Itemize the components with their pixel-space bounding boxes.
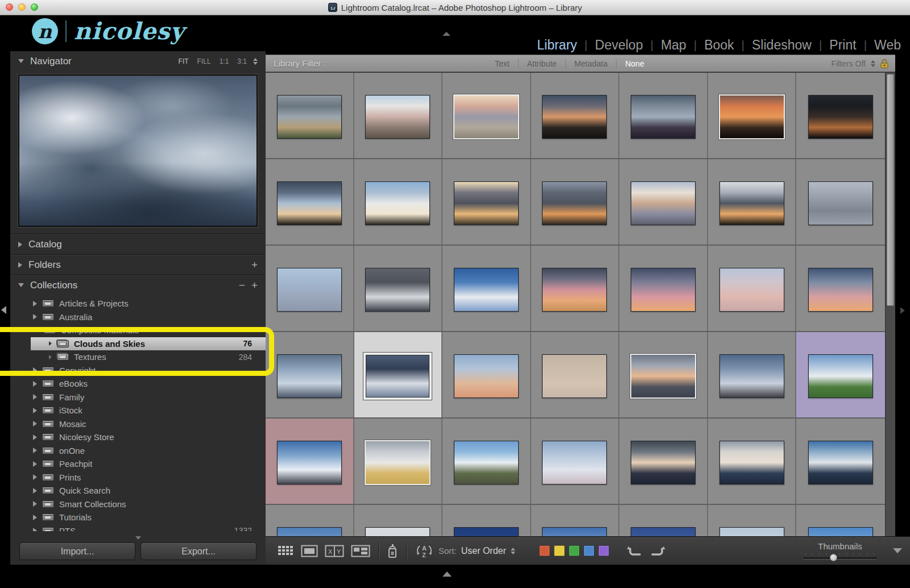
color-label-swatch-3[interactable] xyxy=(569,545,580,556)
photo-cell-r2c3[interactable] xyxy=(442,159,531,245)
expand-arrow-icon[interactable] xyxy=(33,474,37,480)
grid-view-icon[interactable] xyxy=(277,545,294,557)
photo-cell-r4c2[interactable] xyxy=(354,332,443,417)
photo-thumbnail[interactable] xyxy=(542,354,607,398)
photo-cell-r4c1[interactable] xyxy=(266,332,354,417)
expand-arrow-icon[interactable] xyxy=(33,408,37,413)
photo-cell-r3c7[interactable] xyxy=(796,246,885,331)
photo-cell-r6c1[interactable] xyxy=(266,505,354,536)
photo-cell-r5c2[interactable] xyxy=(354,419,443,504)
photo-thumbnail[interactable] xyxy=(454,527,519,537)
color-label-swatch-4[interactable] xyxy=(584,545,594,556)
photo-thumbnail[interactable] xyxy=(808,527,873,537)
collection-row-prints[interactable]: Prints xyxy=(10,471,266,485)
photo-cell-r3c4[interactable] xyxy=(531,246,620,331)
photo-thumbnail[interactable] xyxy=(454,354,519,398)
photo-cell-r3c1[interactable] xyxy=(266,246,354,331)
sort-stepper-icon[interactable] xyxy=(511,548,515,554)
photo-cell-r5c3[interactable] xyxy=(442,419,531,504)
photo-cell-r5c6[interactable] xyxy=(708,419,797,504)
module-tab-print[interactable]: Print xyxy=(829,38,856,53)
photo-thumbnail[interactable] xyxy=(365,95,430,139)
photo-thumbnail[interactable] xyxy=(365,527,430,537)
collection-row-pts[interactable]: PTS1332 xyxy=(10,524,266,532)
photo-thumbnail[interactable] xyxy=(631,527,696,537)
expand-arrow-icon[interactable] xyxy=(49,355,52,359)
photo-cell-r6c7[interactable] xyxy=(796,505,885,536)
photo-cell-r1c1[interactable] xyxy=(266,73,354,158)
collection-row-clouds-and-skies[interactable]: Clouds and Skies76 xyxy=(31,337,266,351)
collection-row-istock[interactable]: iStock xyxy=(10,404,266,417)
photo-cell-r1c4[interactable] xyxy=(531,73,620,158)
rotate-right-icon[interactable] xyxy=(649,544,666,558)
photo-cell-r3c2[interactable] xyxy=(354,246,443,331)
collections-section-header[interactable]: Collections − + xyxy=(10,275,266,295)
photo-thumbnail[interactable] xyxy=(542,268,607,312)
filter-option-metadata[interactable]: Metadata xyxy=(566,59,616,68)
photo-cell-r4c3[interactable] xyxy=(442,332,531,417)
photo-cell-r2c1[interactable] xyxy=(266,159,354,245)
photo-thumbnail[interactable] xyxy=(453,94,519,139)
zoom-stepper-icon[interactable] xyxy=(253,58,258,65)
expand-arrow-icon[interactable] xyxy=(33,434,37,440)
photo-thumbnail[interactable] xyxy=(719,94,785,139)
photo-thumbnail[interactable] xyxy=(808,95,873,139)
filter-option-text[interactable]: Text xyxy=(486,59,518,68)
photo-thumbnail[interactable] xyxy=(808,354,873,398)
filter-option-none[interactable]: None xyxy=(617,59,652,68)
photo-cell-r4c4[interactable] xyxy=(531,332,620,417)
collection-row-onone[interactable]: onOne xyxy=(10,444,266,458)
close-window-button[interactable] xyxy=(6,3,13,11)
photo-cell-r4c5[interactable] xyxy=(619,332,708,417)
photo-cell-r2c5[interactable] xyxy=(619,159,708,245)
photo-thumbnail[interactable] xyxy=(277,527,342,537)
photo-thumbnail[interactable] xyxy=(542,441,607,485)
collection-row-nicolesy-store[interactable]: Nicolesy Store xyxy=(10,430,266,444)
painter-spray-can-icon[interactable] xyxy=(387,543,398,559)
photo-cell-r5c4[interactable] xyxy=(531,419,620,504)
navigator-zoom-3-1[interactable]: 3:1 xyxy=(237,57,247,65)
rotate-left-icon[interactable] xyxy=(626,544,643,558)
photo-cell-r2c6[interactable] xyxy=(708,159,797,245)
photo-cell-r6c5[interactable] xyxy=(619,505,708,536)
photo-thumbnail[interactable] xyxy=(542,181,607,225)
sort-direction-icon[interactable]: A Z xyxy=(415,544,434,558)
expand-arrow-icon[interactable] xyxy=(33,515,37,520)
grid-scrollbar[interactable] xyxy=(885,73,895,536)
photo-cell-r1c2[interactable] xyxy=(354,73,443,158)
photo-thumbnail[interactable] xyxy=(542,95,607,139)
filter-preset-control[interactable]: Filters Off xyxy=(832,59,888,69)
photo-thumbnail[interactable] xyxy=(808,441,873,485)
expand-arrow-icon[interactable] xyxy=(33,314,37,320)
photo-thumbnail[interactable] xyxy=(363,353,432,400)
photo-thumbnail[interactable] xyxy=(277,441,342,485)
collection-row-composite-materials[interactable]: Composite Materials xyxy=(10,324,266,337)
expand-arrow-icon[interactable] xyxy=(49,341,52,346)
photo-thumbnail[interactable] xyxy=(719,354,784,398)
navigator-zoom-1-1[interactable]: 1:1 xyxy=(220,57,229,65)
expand-arrow-icon[interactable] xyxy=(33,421,37,426)
photo-thumbnail[interactable] xyxy=(808,268,873,312)
photo-thumbnail[interactable] xyxy=(631,268,696,312)
photo-cell-r5c5[interactable] xyxy=(619,419,708,504)
collection-row-ebooks[interactable]: eBooks xyxy=(10,377,266,391)
module-tab-map[interactable]: Map xyxy=(661,38,686,53)
photo-cell-r2c4[interactable] xyxy=(531,159,620,245)
slider-track[interactable] xyxy=(803,557,877,559)
navigator-header[interactable]: Navigator FITFILL1:13:1 xyxy=(10,51,266,71)
photo-thumbnail[interactable] xyxy=(719,527,784,537)
photo-thumbnail[interactable] xyxy=(277,95,342,139)
photo-cell-r1c3[interactable] xyxy=(442,73,531,158)
photo-cell-r2c7[interactable] xyxy=(796,159,885,245)
slider-knob[interactable] xyxy=(830,554,837,561)
expand-arrow-icon[interactable] xyxy=(33,461,37,467)
photo-cell-r2c2[interactable] xyxy=(354,159,443,245)
scrollbar-thumb[interactable] xyxy=(887,74,894,306)
survey-view-icon[interactable] xyxy=(351,545,370,557)
color-label-swatch-2[interactable] xyxy=(554,545,565,556)
catalog-section-header[interactable]: Catalog xyxy=(10,234,266,254)
navigator-zoom-fill[interactable]: FILL xyxy=(197,57,211,65)
add-collection-button[interactable]: + xyxy=(251,283,258,288)
photo-thumbnail[interactable] xyxy=(719,441,784,485)
expand-arrow-icon[interactable] xyxy=(33,448,37,453)
